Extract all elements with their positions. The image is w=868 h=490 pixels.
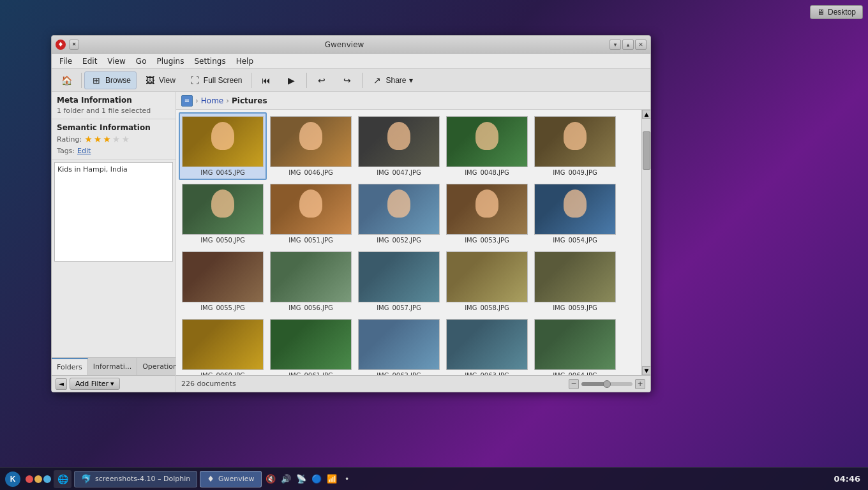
thumbnail-item[interactable]: IMG_0053.JPG	[443, 180, 531, 248]
star-1[interactable]: ★	[84, 134, 93, 144]
zoom-out-button[interactable]: −	[569, 379, 579, 389]
thumbnail-item[interactable]: IMG_0061.JPG	[267, 315, 355, 375]
thumbnail-label: IMG_0055.JPG	[182, 304, 264, 311]
bluetooth-icon[interactable]: 🔵	[310, 473, 323, 486]
title-bar-left: ♦ ✕	[56, 40, 79, 50]
menu-help[interactable]: Help	[231, 56, 258, 67]
volume-icon[interactable]: 🔊	[280, 473, 292, 486]
window-controls: ▾ ▴ ✕	[610, 40, 647, 50]
breadcrumb-home[interactable]: Home	[201, 96, 223, 105]
thumbnail-label: IMG_0052.JPG	[358, 237, 440, 244]
thumbnail-item[interactable]: IMG_0062.JPG	[355, 315, 443, 375]
thumbnail-item[interactable]: IMG_0050.JPG	[179, 180, 267, 248]
share-button[interactable]: ↗ Share ▾	[365, 71, 419, 89]
fullscreen-button[interactable]: ⛶ Full Screen	[183, 71, 248, 89]
prev-button[interactable]: ⏮	[254, 71, 278, 89]
play-icon: ▶	[285, 74, 298, 87]
thumbnail-image	[534, 116, 616, 167]
gwenview-task[interactable]: ♦ Gwenview	[200, 471, 261, 487]
minimize-button[interactable]: ▴	[622, 40, 634, 50]
battery-icon[interactable]: •	[341, 473, 354, 486]
home-button[interactable]: 🏠	[54, 71, 79, 89]
network-tray-icon[interactable]: 📡	[295, 473, 308, 486]
tab-information[interactable]: Informati...	[88, 358, 137, 375]
tags-edit-link[interactable]: Edit	[77, 147, 91, 155]
zoom-slider[interactable]	[581, 382, 632, 386]
thumbnail-item[interactable]: IMG_0064.JPG	[531, 315, 619, 375]
separator-3	[306, 73, 307, 88]
star-2[interactable]: ★	[94, 134, 102, 144]
semantic-title: Semantic Information	[57, 123, 170, 132]
thumbnail-item[interactable]: IMG_0063.JPG	[443, 315, 531, 375]
left-panel: Meta Information 1 folder and 1 file sel…	[52, 92, 176, 392]
tags-label: Tags:	[57, 147, 75, 155]
thumbnail-item[interactable]: IMG_0059.JPG	[531, 248, 619, 315]
rating-label: Rating:	[57, 135, 82, 144]
panel-tabs: Folders Informati... Operations	[52, 357, 176, 375]
thumbnail-area: IMG_0045.JPGIMG_0046.JPGIMG_0047.JPGIMG_…	[176, 110, 650, 375]
menu-view[interactable]: View	[102, 56, 130, 67]
thumbnail-grid[interactable]: IMG_0045.JPGIMG_0046.JPGIMG_0047.JPGIMG_…	[176, 110, 641, 375]
menu-plugins[interactable]: Plugins	[151, 56, 189, 67]
thumbnail-label: IMG_0048.JPG	[446, 169, 528, 176]
wifi-icon[interactable]: 📶	[326, 473, 338, 486]
thumbnail-item[interactable]: IMG_0057.JPG	[355, 248, 443, 315]
tab-folders[interactable]: Folders	[52, 358, 88, 375]
thumbnail-item[interactable]: IMG_0049.JPG	[531, 112, 619, 180]
thumbnail-item[interactable]: IMG_0046.JPG	[267, 112, 355, 180]
scrollbar-thumb[interactable]	[643, 131, 650, 170]
thumbnail-item[interactable]: IMG_0048.JPG	[443, 112, 531, 180]
system-tray: 🔇 🔊 📡 🔵 📶 •	[264, 473, 354, 486]
scrollbar-down[interactable]: ▼	[642, 366, 650, 375]
zoom-in-button[interactable]: +	[635, 379, 645, 389]
zoom-slider-thumb[interactable]	[603, 380, 611, 388]
scrollbar[interactable]: ▲ ▼	[641, 110, 650, 375]
star-3[interactable]: ★	[103, 134, 111, 144]
view-button[interactable]: 🖼 View	[138, 71, 181, 89]
thumbnail-item[interactable]: IMG_0055.JPG	[179, 248, 267, 315]
close-button[interactable]: ✕	[635, 40, 647, 50]
browse-icon: ⊞	[90, 74, 103, 87]
add-filter-button[interactable]: Add Filter ▾	[70, 378, 120, 390]
separator-4	[362, 73, 363, 88]
thumbnail-item[interactable]: IMG_0054.JPG	[531, 180, 619, 248]
scrollbar-up[interactable]: ▲	[642, 110, 650, 119]
desktop-button[interactable]: 🖥 Desktop	[810, 5, 863, 19]
taskbar-time: 04:46	[829, 474, 865, 484]
kde-menu-button[interactable]: K	[3, 470, 23, 489]
star-4[interactable]: ★	[112, 134, 121, 144]
thumbnail-item[interactable]: IMG_0047.JPG	[355, 112, 443, 180]
taskbar-network-icon[interactable]: 🌐	[54, 470, 71, 488]
description-box[interactable]: Kids in Hampi, India	[54, 162, 173, 262]
thumbnail-image	[446, 251, 528, 302]
thumbnail-item[interactable]: IMG_0051.JPG	[267, 180, 355, 248]
filter-arrow-button[interactable]: ◄	[56, 378, 67, 390]
dolphin-task[interactable]: 🐬 screenshots-4.10 – Dolphin	[74, 471, 197, 487]
redo-button[interactable]: ↪	[335, 71, 359, 89]
menu-settings[interactable]: Settings	[189, 56, 230, 67]
thumbnail-label: IMG_0049.JPG	[534, 169, 616, 176]
thumbnail-image	[446, 116, 528, 167]
thumbnail-item[interactable]: IMG_0056.JPG	[267, 248, 355, 315]
thumbnail-item[interactable]: IMG_0045.JPG	[179, 112, 267, 180]
menu-file[interactable]: File	[54, 56, 77, 67]
meta-title: Meta Information	[57, 96, 170, 105]
thumbnail-item[interactable]: IMG_0060.JPG	[179, 315, 267, 375]
undo-button[interactable]: ↩	[310, 71, 334, 89]
menu-go[interactable]: Go	[131, 56, 152, 67]
roll-up-button[interactable]: ▾	[610, 40, 621, 50]
rating-row: Rating: ★ ★ ★ ★ ★	[57, 134, 170, 144]
thumbnail-item[interactable]: IMG_0052.JPG	[355, 180, 443, 248]
breadcrumb-current[interactable]: Pictures	[232, 96, 267, 105]
thumbnail-item[interactable]: IMG_0058.JPG	[443, 248, 531, 315]
star-5[interactable]: ★	[121, 134, 130, 144]
close-button-small[interactable]: ✕	[69, 40, 79, 50]
menu-edit[interactable]: Edit	[77, 56, 102, 67]
dot-1[interactable]	[26, 475, 33, 483]
dot-3[interactable]	[43, 475, 51, 483]
description-text: Kids in Hampi, India	[57, 165, 128, 174]
play-button[interactable]: ▶	[280, 71, 304, 89]
browse-button[interactable]: ⊞ Browse	[84, 71, 137, 89]
mute-icon[interactable]: 🔇	[264, 473, 277, 486]
dot-2[interactable]	[34, 475, 42, 483]
